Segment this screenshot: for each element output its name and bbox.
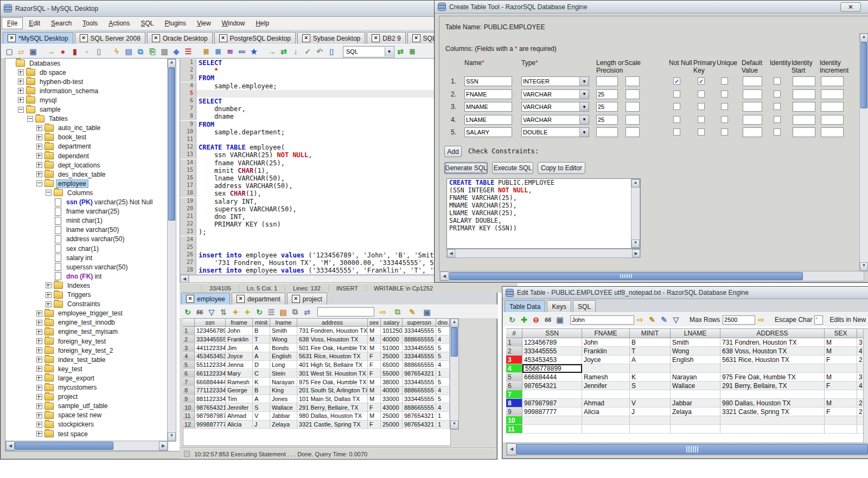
edit-row-number[interactable]: 11	[506, 425, 522, 434]
results-col-header-lname[interactable]: lname	[270, 318, 297, 327]
results-cell[interactable]: Smith	[270, 327, 297, 335]
column-type-select[interactable]: DOUBLE▼	[521, 127, 589, 137]
execute-sql-button[interactable]: Execute SQL	[492, 162, 533, 174]
column-name-field[interactable]	[464, 127, 512, 137]
tree-item-book-test[interactable]: book_test	[5, 133, 167, 142]
generate-ddl-icon[interactable]: ⎘	[147, 46, 158, 57]
tree-item-mysql[interactable]: mysql	[5, 95, 167, 105]
results-cell[interactable]: 333445555	[403, 327, 436, 335]
edit-tab-table-data[interactable]: Table Data	[505, 300, 545, 312]
tree-item-hyphen-db-test[interactable]: hyphen-db-test	[5, 77, 167, 86]
export-page-icon[interactable]: ⧉	[392, 307, 403, 318]
favorites-icon[interactable]: ★	[248, 46, 259, 57]
edit-cell[interactable]: Ramesh	[582, 373, 630, 382]
results-row-number[interactable]: 3	[183, 344, 195, 352]
results-row-number[interactable]: 2	[183, 335, 195, 344]
results-cell[interactable]: 40000	[381, 386, 403, 395]
results-cell[interactable]: Alicia	[226, 421, 253, 429]
column-length-field[interactable]	[596, 89, 618, 99]
edit-cell[interactable]	[522, 390, 582, 399]
edit-cell[interactable]: M	[825, 399, 857, 408]
edit-hscrollbar[interactable]: ◀	[506, 443, 868, 456]
results-cell[interactable]: M	[368, 412, 381, 421]
results-cell[interactable]: 4	[436, 386, 450, 395]
expand-icon[interactable]	[18, 88, 24, 94]
tree-item-key-test[interactable]: key_test	[5, 364, 167, 373]
menu-item-edit[interactable]: Edit	[24, 18, 45, 29]
results-col-header-salary[interactable]: salary	[381, 318, 403, 327]
tree-item-project[interactable]: project	[5, 392, 167, 402]
sqlbox-vscrollbar[interactable]: ▲ ▼	[631, 179, 640, 248]
edit-cell[interactable]	[582, 364, 630, 373]
results-cell[interactable]: B	[253, 386, 270, 395]
tree-item--varchar-25-not-null[interactable]: ssn (PK) varchar(25) Not Null	[5, 198, 167, 207]
menu-item-help[interactable]: Help	[251, 18, 274, 29]
results-row-number[interactable]: 10	[183, 403, 195, 412]
edit-cell[interactable]: Alicia	[582, 408, 630, 416]
edit-vscrollbar[interactable]	[863, 328, 868, 443]
results-cell[interactable]: 291 Berry, Bellaire, TX	[297, 403, 368, 412]
tree-vscrollbar[interactable]: ▲ ▼	[167, 59, 176, 442]
refresh-results-icon[interactable]: ↻	[182, 307, 193, 318]
results-cell[interactable]: Franklin	[226, 335, 253, 344]
results-cell[interactable]: 333445555	[403, 352, 436, 361]
menu-item-window[interactable]: Window	[217, 18, 250, 29]
collapse-icon[interactable]	[36, 180, 42, 186]
edit-cell[interactable]: M	[825, 347, 857, 356]
tree-item-fname-varchar-25-[interactable]: fname varchar(25)	[5, 207, 167, 216]
results-cell[interactable]: M	[368, 335, 381, 344]
results-cell[interactable]: S	[253, 403, 270, 412]
edit-cell[interactable]: F	[825, 356, 857, 364]
edit-cell[interactable]	[582, 390, 630, 399]
tree-item-columns[interactable]: Columns	[5, 188, 167, 197]
column-identity-checkbox[interactable]	[774, 116, 781, 123]
connection-tab-postgresql-desktop[interactable]: ✕PostgreSQL Desktop	[214, 32, 296, 44]
results-cell[interactable]: 881122334	[195, 395, 226, 404]
results-col-header-address[interactable]: address	[297, 318, 368, 327]
results-cell[interactable]: 666884444	[195, 378, 226, 386]
edit-cell[interactable]: 3321 Castle, Spring TX	[720, 408, 825, 416]
edit-row-number[interactable]: 4	[506, 364, 522, 373]
menu-item-file[interactable]: File	[2, 17, 23, 29]
edit-cell[interactable]: B	[630, 338, 671, 347]
results-cell[interactable]: 999887777	[195, 421, 226, 429]
sort-icon[interactable]: ⇅	[218, 307, 229, 318]
column-default-field[interactable]	[743, 76, 762, 86]
edit-cell[interactable]: F	[825, 408, 857, 416]
column-notnull-checkbox[interactable]	[673, 103, 680, 110]
tree-item-tables[interactable]: Tables	[5, 114, 167, 124]
log-icon[interactable]: ≣	[407, 46, 418, 57]
tree-item-des-index-table[interactable]: des_index_table	[5, 170, 167, 179]
expand-icon[interactable]	[46, 282, 52, 288]
results-cell[interactable]: M	[368, 395, 381, 404]
results-cell[interactable]: 201 South St, Arlington TX	[297, 386, 368, 395]
edit-cell[interactable]: K	[630, 373, 671, 382]
tree-item-indexes[interactable]: Indexes	[5, 281, 167, 290]
tree-item-superssn-varchar-50-[interactable]: superssn varchar(50)	[5, 262, 167, 272]
results-cell[interactable]: 333445555	[403, 344, 436, 352]
edit-row-number[interactable]: 6	[506, 382, 522, 390]
generated-sql-box[interactable]: CREATE TABLE PUBLIC.EMPLOYEE(SSN INTEGER…	[446, 178, 641, 249]
column-name-field[interactable]	[464, 76, 512, 86]
column-name-field[interactable]	[464, 115, 512, 125]
results-col-header-superssn[interactable]: superssn	[403, 318, 436, 327]
column-type-select[interactable]: VARCHAR▼	[521, 115, 589, 125]
edit-cell[interactable]: Wallace	[671, 382, 720, 390]
results-row-number[interactable]: 8	[183, 386, 195, 395]
results-cell[interactable]: V	[253, 412, 270, 421]
column-identity-increment-field[interactable]	[821, 127, 844, 137]
column-pk-checkbox[interactable]	[698, 91, 705, 98]
edit-cell[interactable]	[630, 416, 671, 425]
edit-cell[interactable]: T	[630, 347, 671, 356]
results-cell[interactable]: 25000	[381, 412, 403, 421]
expand-icon[interactable]	[46, 292, 52, 298]
edit-row-number[interactable]: 8	[506, 399, 522, 408]
edit-cell[interactable]	[720, 425, 825, 434]
edit-cell[interactable]: 5631 Rice, Houston TX	[720, 356, 825, 364]
refresh-connection-icon[interactable]: ⇄	[278, 46, 289, 57]
results-col-header-dno[interactable]: dno	[436, 318, 450, 327]
auto-commit-icon[interactable]: ⇄	[395, 46, 406, 57]
expand-icon[interactable]	[36, 431, 42, 437]
tree-item-sex-char-1-[interactable]: sex char(1)	[5, 244, 167, 253]
edit-cell[interactable]	[720, 390, 825, 399]
